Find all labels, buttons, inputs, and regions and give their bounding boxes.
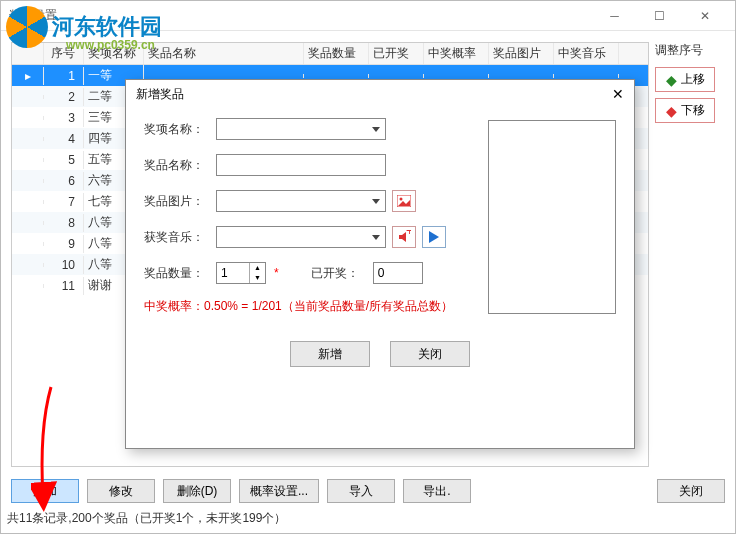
move-up-button[interactable]: ◆ 上移 [655,67,715,92]
close-button[interactable]: ✕ [682,2,727,30]
prize-music-label: 获奖音乐： [144,229,210,246]
col-seq[interactable]: 序号 [44,43,84,64]
play-music-button[interactable] [422,226,446,248]
spin-up-icon[interactable]: ▲ [249,263,265,273]
dialog-titlebar: 新增奖品 ✕ [126,80,634,108]
import-button[interactable]: 导入 [327,479,395,503]
action-bar: 添加 修改 删除(D) 概率设置... 导入 导出. 关闭 [11,479,725,503]
dialog-close-button-2[interactable]: 关闭 [390,341,470,367]
dialog-close-button[interactable]: ✕ [612,86,624,102]
maximize-button[interactable]: ☐ [637,2,682,30]
add-button[interactable]: 添加 [11,479,79,503]
move-down-label: 下移 [681,102,705,119]
speaker-icon: + [397,230,411,244]
arrow-down-icon: ◆ [666,103,677,119]
prize-qty-input[interactable] [217,263,249,283]
minimize-button[interactable]: ─ [592,2,637,30]
prize-qty-label: 奖品数量： [144,265,210,282]
award-name-select[interactable] [216,118,386,140]
award-name-label: 奖项名称： [144,121,210,138]
image-icon [397,195,411,207]
titlebar: 奖品设置 ─ ☐ ✕ [1,1,735,31]
col-award-name[interactable]: 奖项名称 [84,43,144,64]
prize-image-select[interactable] [216,190,386,212]
dialog-title: 新增奖品 [136,86,184,103]
grid-header: 序号 奖项名称 奖品名称 奖品数量 已开奖 中奖概率 奖品图片 中奖音乐 [12,43,648,65]
col-indicator [12,43,44,64]
add-prize-dialog: 新增奖品 ✕ 奖项名称： 奖品名称： 奖品图片： 获奖音乐： [125,79,635,449]
col-prize-qty[interactable]: 奖品数量 [304,43,369,64]
export-button[interactable]: 导出. [403,479,471,503]
status-bar: 共11条记录,200个奖品（已开奖1个，未开奖199个） [7,510,729,527]
browse-music-button[interactable]: + [392,226,416,248]
close-main-button[interactable]: 关闭 [657,479,725,503]
browse-image-button[interactable] [392,190,416,212]
already-input[interactable] [373,262,423,284]
prize-name-input[interactable] [216,154,386,176]
play-icon [429,231,439,243]
required-mark: * [274,266,279,280]
prize-image-label: 奖品图片： [144,193,210,210]
image-preview [488,120,616,314]
col-prob[interactable]: 中奖概率 [424,43,489,64]
edit-button[interactable]: 修改 [87,479,155,503]
col-music[interactable]: 中奖音乐 [554,43,619,64]
already-label: 已开奖： [311,265,367,282]
delete-button[interactable]: 删除(D) [163,479,231,503]
reorder-panel: 调整序号 ◆ 上移 ◆ 下移 [655,42,725,467]
col-image[interactable]: 奖品图片 [489,43,554,64]
probability-button[interactable]: 概率设置... [239,479,319,503]
window-title: 奖品设置 [9,7,57,24]
spin-down-icon[interactable]: ▼ [249,273,265,283]
col-already[interactable]: 已开奖 [369,43,424,64]
move-down-button[interactable]: ◆ 下移 [655,98,715,123]
svg-point-1 [400,198,403,201]
dialog-add-button[interactable]: 新增 [290,341,370,367]
prize-qty-spinner[interactable]: ▲▼ [216,262,266,284]
window-controls: ─ ☐ ✕ [592,2,727,30]
move-up-label: 上移 [681,71,705,88]
svg-text:+: + [406,230,411,238]
arrow-up-icon: ◆ [666,72,677,88]
prize-music-select[interactable] [216,226,386,248]
col-prize-name[interactable]: 奖品名称 [144,43,304,64]
prize-name-label: 奖品名称： [144,157,210,174]
reorder-label: 调整序号 [655,42,725,59]
